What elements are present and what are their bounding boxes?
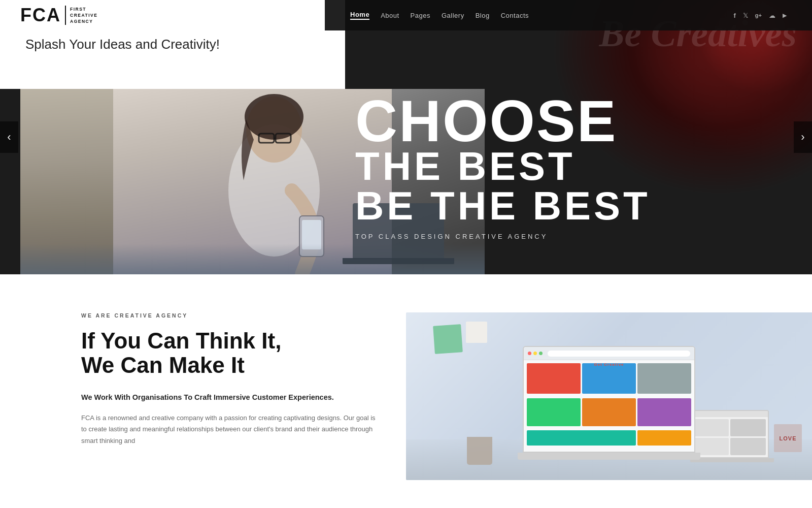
carousel-next[interactable]: › bbox=[794, 121, 812, 153]
logo[interactable]: FCA FIRST CREATIVE AGENCY bbox=[20, 5, 97, 26]
hero-subtitle-text: TOP CLASS DESIGN CREATIVE AGENCY bbox=[355, 233, 651, 240]
hero-tagline: Splash Your Ideas and Creativity! bbox=[25, 37, 220, 52]
hero-bethebest: BE THE BEST bbox=[355, 186, 651, 226]
twitter-icon[interactable]: 𝕏 bbox=[743, 12, 748, 19]
hero-section: Splash Your Ideas and Creativity! bbox=[0, 0, 812, 274]
logo-subtitle: FIRST CREATIVE AGENCY bbox=[70, 6, 97, 25]
content-image: Get Creative bbox=[406, 312, 812, 480]
nav-pages[interactable]: Pages bbox=[411, 12, 430, 19]
sticky-note-white bbox=[466, 322, 487, 343]
facebook-icon[interactable]: f bbox=[734, 12, 736, 19]
social-icons: f 𝕏 g+ ☁ ▶ bbox=[734, 12, 787, 19]
skype-icon[interactable]: ☁ bbox=[769, 12, 775, 19]
main-nav: Home About Pages Gallery Blog Contacts bbox=[350, 11, 529, 20]
content-section: WE ARE CREATIVE AGENCY If You Can Think … bbox=[0, 274, 812, 508]
content-body: FCA is a renowned and creative company w… bbox=[81, 412, 376, 447]
prev-arrow-icon: ‹ bbox=[7, 131, 11, 144]
logo-fca: FCA bbox=[20, 5, 61, 26]
nav-contacts[interactable]: Contacts bbox=[501, 12, 529, 19]
nav-home[interactable]: Home bbox=[350, 11, 369, 20]
carousel-prev[interactable]: ‹ bbox=[0, 121, 18, 153]
logo-bar bbox=[65, 6, 66, 25]
nav-gallery[interactable]: Gallery bbox=[442, 12, 464, 19]
nav-wrapper: Home About Pages Gallery Blog Contacts f… bbox=[325, 0, 812, 30]
mug bbox=[467, 437, 492, 465]
content-heading: If You Can Think It, We Can Make It bbox=[81, 329, 376, 378]
sticky-note-green bbox=[433, 324, 463, 354]
nav-about[interactable]: About bbox=[381, 12, 399, 19]
laptop-mockup: Get Creative bbox=[518, 346, 700, 460]
content-label: WE ARE CREATIVE AGENCY bbox=[81, 312, 376, 319]
googleplus-icon[interactable]: g+ bbox=[755, 12, 762, 18]
hero-headline: CHOOSE THE BEST BE THE BEST TOP CLASS DE… bbox=[355, 97, 651, 240]
hero-choose: CHOOSE bbox=[355, 97, 651, 146]
love-image: LOVE bbox=[774, 424, 802, 452]
next-arrow-icon: › bbox=[801, 131, 804, 144]
small-laptop bbox=[690, 410, 771, 462]
content-subheading: We Work With Organisations To Craft Imme… bbox=[81, 392, 376, 403]
content-left: WE ARE CREATIVE AGENCY If You Can Think … bbox=[0, 312, 406, 480]
nav-blog[interactable]: Blog bbox=[476, 12, 490, 19]
content-right: Get Creative bbox=[406, 312, 812, 480]
svg-point-2 bbox=[245, 94, 303, 140]
youtube-icon[interactable]: ▶ bbox=[783, 12, 787, 19]
